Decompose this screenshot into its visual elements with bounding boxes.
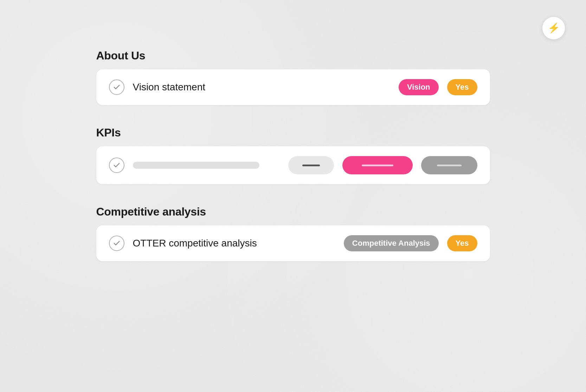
vision-check-icon (109, 79, 124, 95)
lightning-button[interactable]: ⚡ (542, 17, 565, 39)
vision-statement-row: Vision statement Vision Yes (96, 69, 490, 105)
yes-badge-2[interactable]: Yes (447, 235, 477, 251)
about-us-section: About Us Vision statement Vision Yes (96, 49, 490, 105)
kpis-label: KPIs (96, 126, 490, 139)
kpi-tag-placeholder-2 (342, 156, 413, 174)
otter-check-icon (109, 236, 124, 251)
kpis-section: KPIs (96, 126, 490, 184)
kpi-tag-placeholder-1 (288, 156, 334, 174)
otter-competitive-text: OTTER competitive analysis (133, 238, 335, 249)
kpi-loading-row (96, 146, 490, 184)
competitive-analysis-section: Competitive analysis OTTER competitive a… (96, 205, 490, 261)
kpi-tag-placeholder-3 (421, 156, 477, 174)
vision-badge[interactable]: Vision (399, 79, 439, 95)
about-us-label: About Us (96, 49, 490, 62)
competitive-analysis-badge[interactable]: Competitive Analysis (344, 235, 439, 251)
otter-competitive-row: OTTER competitive analysis Competitive A… (96, 225, 490, 261)
yes-badge-1[interactable]: Yes (447, 79, 477, 95)
competitive-analysis-label: Competitive analysis (96, 205, 490, 218)
kpi-text-placeholder (133, 162, 259, 169)
lightning-icon: ⚡ (548, 23, 560, 33)
kpi-check-icon (109, 158, 124, 173)
vision-statement-text: Vision statement (133, 82, 390, 93)
main-container: About Us Vision statement Vision Yes KPI… (47, 0, 539, 310)
